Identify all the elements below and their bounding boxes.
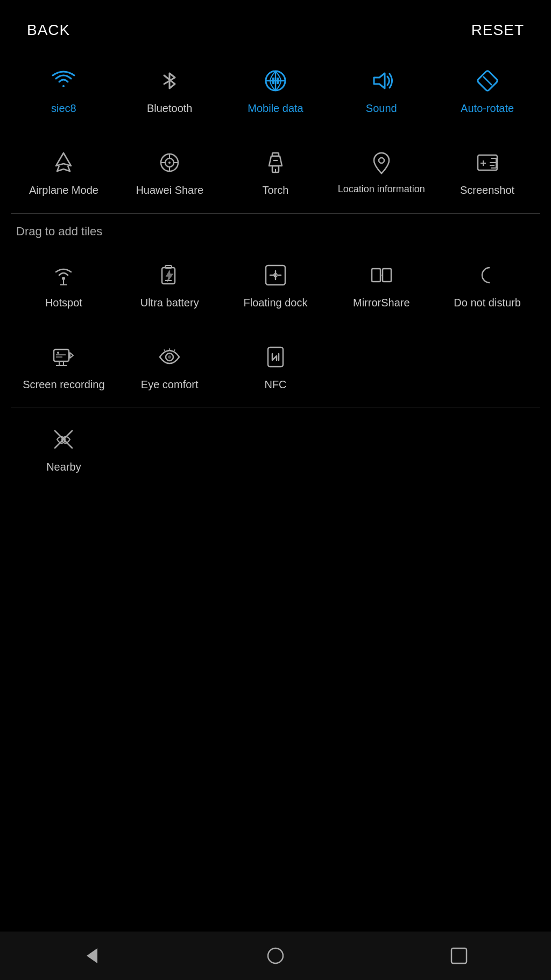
svg-rect-4 (277, 78, 279, 84)
tile-nearby[interactable]: Nearby (11, 414, 117, 485)
tile-location[interactable]: Location information (328, 137, 434, 208)
tile-ultra-battery-label: Ultra battery (140, 296, 199, 310)
svg-point-26 (62, 277, 65, 280)
empty-cell-5 (328, 414, 434, 485)
svg-rect-56 (451, 948, 467, 963)
nfc-icon (260, 342, 291, 372)
empty-cell-3 (117, 414, 223, 485)
tile-mobile-data[interactable]: Mobile data (223, 55, 329, 126)
svg-marker-5 (374, 73, 385, 88)
tile-eye-comfort-label: Eye comfort (141, 377, 199, 391)
tile-mirrorshare-label: MirrorShare (353, 296, 410, 310)
back-nav-button[interactable] (81, 945, 103, 967)
active-tiles-row1: siec8 Bluetooth Mobile data (0, 50, 551, 131)
inactive-tiles-row1: Hotspot Ultra battery Floating dock (0, 244, 551, 326)
eye-comfort-icon (154, 342, 185, 372)
bluetooth-icon (154, 66, 185, 96)
tile-siec8[interactable]: siec8 (11, 55, 117, 126)
svg-line-7 (483, 76, 492, 85)
tile-screen-recording[interactable]: Screen recording (11, 331, 117, 402)
svg-marker-38 (70, 353, 73, 358)
tile-location-label: Location information (338, 183, 425, 195)
svg-line-47 (164, 349, 165, 352)
auto-rotate-icon (472, 66, 503, 96)
sound-icon (366, 66, 397, 96)
active-tiles-row2: Airplane Mode Huawei Share (0, 131, 551, 213)
tile-torch[interactable]: Torch (223, 137, 329, 208)
tile-sound[interactable]: Sound (328, 55, 434, 126)
empty-cell-6 (434, 414, 540, 485)
tile-bluetooth-label: Bluetooth (147, 101, 193, 115)
tile-torch-label: Torch (263, 183, 289, 197)
ultra-battery-icon (154, 260, 185, 290)
tile-do-not-disturb[interactable]: Do not disturb (434, 249, 540, 320)
tile-siec8-label: siec8 (51, 101, 76, 115)
drag-label: Drag to add tiles (0, 214, 551, 244)
torch-icon (260, 148, 291, 178)
recents-nav-button[interactable] (448, 945, 470, 967)
screen-recording-icon (48, 342, 79, 372)
svg-point-10 (168, 162, 171, 164)
bottom-navigation (0, 932, 551, 980)
back-button[interactable]: BACK (27, 22, 70, 39)
tile-do-not-disturb-label: Do not disturb (454, 296, 521, 310)
svg-point-46 (168, 355, 171, 359)
svg-rect-30 (165, 265, 172, 268)
extra-tiles: Nearby (0, 408, 551, 490)
tile-bluetooth[interactable]: Bluetooth (117, 55, 223, 126)
empty-cell-1 (328, 331, 434, 402)
tile-screenshot-label: Screenshot (460, 183, 514, 197)
tile-hotspot-label: Hotspot (45, 296, 82, 310)
svg-line-49 (174, 349, 175, 352)
tile-mirrorshare[interactable]: MirrorShare (328, 249, 434, 320)
tile-huawei-share[interactable]: Huawei Share (117, 137, 223, 208)
header: BACK RESET (0, 0, 551, 50)
empty-cell-2 (434, 331, 540, 402)
hotspot-icon (48, 260, 79, 290)
tile-auto-rotate[interactable]: Auto-rotate (434, 55, 540, 126)
home-nav-button[interactable] (265, 945, 286, 967)
svg-rect-35 (383, 269, 391, 282)
nearby-icon (48, 424, 79, 454)
tile-eye-comfort[interactable]: Eye comfort (117, 331, 223, 402)
svg-marker-54 (87, 948, 97, 963)
tile-auto-rotate-label: Auto-rotate (461, 101, 514, 115)
do-not-disturb-icon (472, 260, 503, 290)
tile-floating-dock[interactable]: Floating dock (223, 249, 329, 320)
floating-dock-icon (260, 260, 291, 290)
tile-mobile-data-label: Mobile data (248, 101, 303, 115)
tile-screen-recording-label: Screen recording (23, 377, 104, 391)
svg-rect-37 (54, 349, 69, 361)
wifi-icon (48, 66, 79, 96)
mirrorshare-icon (366, 260, 397, 290)
reset-button[interactable]: RESET (471, 22, 524, 39)
screenshot-icon (472, 148, 503, 178)
empty-cell-4 (223, 414, 329, 485)
tile-floating-dock-label: Floating dock (244, 296, 308, 310)
tile-airplane-mode[interactable]: Airplane Mode (11, 137, 117, 208)
svg-point-42 (57, 352, 59, 354)
tile-screenshot[interactable]: Screenshot (434, 137, 540, 208)
svg-point-55 (268, 948, 283, 963)
svg-rect-34 (372, 269, 380, 282)
tile-nfc-label: NFC (264, 377, 286, 391)
airplane-icon (48, 148, 79, 178)
tile-huawei-share-label: Huawei Share (136, 183, 203, 197)
location-icon (366, 148, 397, 178)
huawei-share-icon (154, 148, 185, 178)
tile-sound-label: Sound (366, 101, 397, 115)
tile-ultra-battery[interactable]: Ultra battery (117, 249, 223, 320)
svg-point-19 (379, 158, 384, 163)
svg-rect-3 (272, 78, 274, 84)
tile-nearby-label: Nearby (46, 460, 81, 474)
tile-airplane-label: Airplane Mode (29, 183, 98, 197)
tile-hotspot[interactable]: Hotspot (11, 249, 117, 320)
inactive-tiles-row2: Screen recording Eye comfort NFC (0, 326, 551, 408)
tile-nfc[interactable]: NFC (223, 331, 329, 402)
mobile-data-icon (260, 66, 291, 96)
